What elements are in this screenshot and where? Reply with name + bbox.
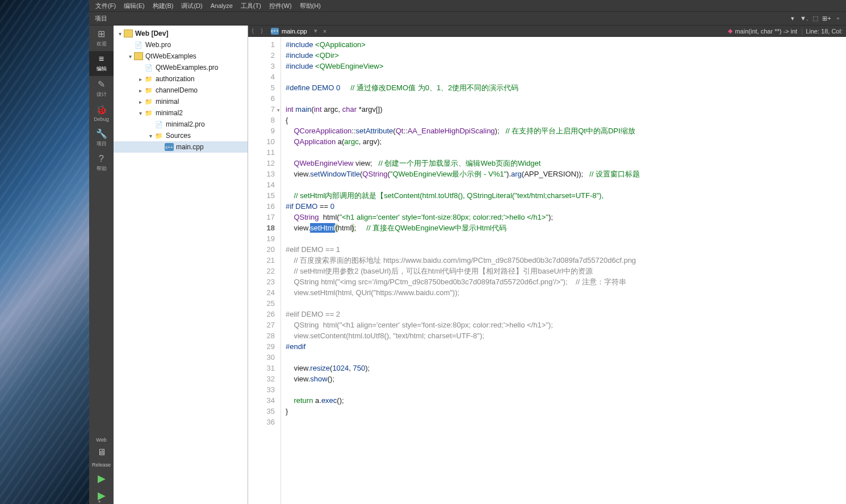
mode-sidebar: ⊞欢迎 ≡编辑 ✎设计 🐞Debug 🔧项目 ?帮助 Web 🖥 Release… <box>89 26 114 504</box>
mode-design[interactable]: ✎设计 <box>89 76 114 102</box>
tree-row[interactable]: ▾📁minimal2 <box>114 107 248 119</box>
cpp-icon: c++ <box>165 143 174 151</box>
wrench-icon: 🔧 <box>89 128 114 139</box>
tab-close-icon[interactable]: × <box>320 28 330 35</box>
ide-window: 文件(F) 编辑(E) 构建(B) 调试(D) Analyze 工具(T) 控件… <box>89 0 846 504</box>
panel-title: 项目 <box>89 14 113 23</box>
tree-label: minimal2 <box>156 109 183 117</box>
tree-label: minimal <box>156 98 179 106</box>
tree-label: Web [Dev] <box>135 30 168 37</box>
tree-row[interactable]: 📄Web.pro <box>114 39 248 51</box>
tree-arrow-icon[interactable]: ▸ <box>136 76 144 82</box>
menu-file[interactable]: 文件(F) <box>91 2 120 10</box>
filter-icon[interactable]: ▼. <box>798 15 810 22</box>
tree-row[interactable]: ▸📁channelDemo <box>114 85 248 96</box>
mode-welcome[interactable]: ⊞欢迎 <box>89 26 114 51</box>
proj-icon <box>124 30 133 37</box>
menu-debug[interactable]: 调试(D) <box>177 2 206 10</box>
tree-arrow-icon[interactable]: ▾ <box>126 53 134 60</box>
cursor-status: Line: 18, Col: <box>802 28 846 35</box>
nav-fwd-icon[interactable]: ⟩ <box>257 27 266 35</box>
pencil-icon: ✎ <box>89 79 114 90</box>
menu-analyze[interactable]: Analyze <box>207 2 237 9</box>
mode-help[interactable]: ?帮助 <box>89 151 114 176</box>
tree-label: minimal2.pro <box>166 120 205 128</box>
mode-edit[interactable]: ≡编辑 <box>89 51 114 76</box>
editor-tabbar: ⟨ ⟩ c++ main.cpp ▾ × ◆ main(int, char **… <box>248 26 846 37</box>
config-label: Release <box>92 460 111 470</box>
symbol-crumb[interactable]: ◆ main(int, char **) -> int <box>728 27 802 35</box>
tree-label: channelDemo <box>156 86 198 94</box>
mode-debug[interactable]: 🐞Debug <box>89 102 114 125</box>
folder-icon: 📁 <box>144 75 153 83</box>
tree-label: main.cpp <box>176 143 204 151</box>
split-icon[interactable]: ⊞+ <box>821 15 832 22</box>
tree-arrow-icon[interactable]: ▸ <box>136 99 144 105</box>
tree-row[interactable]: ▾Web [Dev] <box>114 28 248 39</box>
menubar: 文件(F) 编辑(E) 构建(B) 调试(D) Analyze 工具(T) 控件… <box>89 0 846 11</box>
target-label: Web <box>96 435 106 445</box>
proj-icon <box>134 52 143 60</box>
line-gutter: 1234567▾89101112131415161718192021222324… <box>248 37 281 504</box>
tree-arrow-icon[interactable]: ▾ <box>136 110 144 116</box>
tree-row[interactable]: 📄QtWebExamples.pro <box>114 62 248 73</box>
folder-icon: 📁 <box>144 86 153 94</box>
tree-arrow-icon[interactable]: ▸ <box>136 87 144 94</box>
code-editor[interactable]: 1234567▾89101112131415161718192021222324… <box>248 37 846 504</box>
tree-row[interactable]: ▾QtWebExamples <box>114 51 248 62</box>
tree-row[interactable]: ▸📁minimal <box>114 96 248 107</box>
tree-label: QtWebExamples <box>145 52 196 60</box>
tab-filename: main.cpp <box>282 28 307 35</box>
bug-icon: 🐞 <box>89 104 114 115</box>
file-icon: 📄 <box>134 41 143 49</box>
run-debug-button[interactable]: ▶● <box>98 487 106 504</box>
editor-tab[interactable]: c++ main.cpp <box>266 28 312 35</box>
tree-row[interactable]: c++main.cpp <box>114 141 248 153</box>
tree-row[interactable]: ▾📁Sources <box>114 130 248 141</box>
file-icon: 📄 <box>144 64 153 72</box>
project-tree[interactable]: ▾Web [Dev]📄Web.pro▾QtWebExamples📄QtWebEx… <box>114 26 248 504</box>
tab-dropdown-icon[interactable]: ▾ <box>312 27 320 35</box>
panel-header: 项目 ▾ ▼. ⬚ ⊞+ ▫ <box>89 11 846 26</box>
link-icon[interactable]: ⬚ <box>810 15 821 22</box>
tree-arrow-icon[interactable]: ▾ <box>116 31 124 37</box>
nav-back-icon[interactable]: ⟨ <box>248 27 257 35</box>
menu-edit[interactable]: 编辑(E) <box>120 2 149 10</box>
folder-icon: 📁 <box>144 98 153 106</box>
tree-arrow-icon[interactable]: ▾ <box>146 133 154 139</box>
menu-tools[interactable]: 工具(T) <box>237 2 265 10</box>
menu-help[interactable]: 帮助(H) <box>296 2 325 10</box>
tree-label: Web.pro <box>145 41 171 49</box>
tree-label: authorization <box>156 75 195 83</box>
tree-label: Sources <box>166 132 191 140</box>
diamond-icon: ◆ <box>728 27 732 35</box>
monitor-icon[interactable]: 🖥 <box>97 445 106 460</box>
folder-icon: 📁 <box>144 109 153 117</box>
dropdown-icon[interactable]: ▾ <box>787 15 798 22</box>
tree-row[interactable]: 📄minimal2.pro <box>114 119 248 130</box>
question-icon: ? <box>89 154 114 164</box>
folder-icon: 📁 <box>154 132 164 140</box>
file-icon: 📄 <box>154 120 164 128</box>
edit-icon: ≡ <box>89 54 114 64</box>
tree-label: QtWebExamples.pro <box>156 64 219 72</box>
run-button[interactable]: ▶ <box>98 470 106 487</box>
mode-projects[interactable]: 🔧项目 <box>89 125 114 151</box>
menu-build[interactable]: 构建(B) <box>149 2 178 10</box>
grid-icon: ⊞ <box>89 28 114 39</box>
cpp-icon: c++ <box>271 28 279 35</box>
desktop-background <box>0 0 89 504</box>
tree-row[interactable]: ▸📁authorization <box>114 73 248 85</box>
menu-widgets[interactable]: 控件(W) <box>265 2 296 10</box>
close-panel-icon[interactable]: ▫ <box>832 15 844 22</box>
